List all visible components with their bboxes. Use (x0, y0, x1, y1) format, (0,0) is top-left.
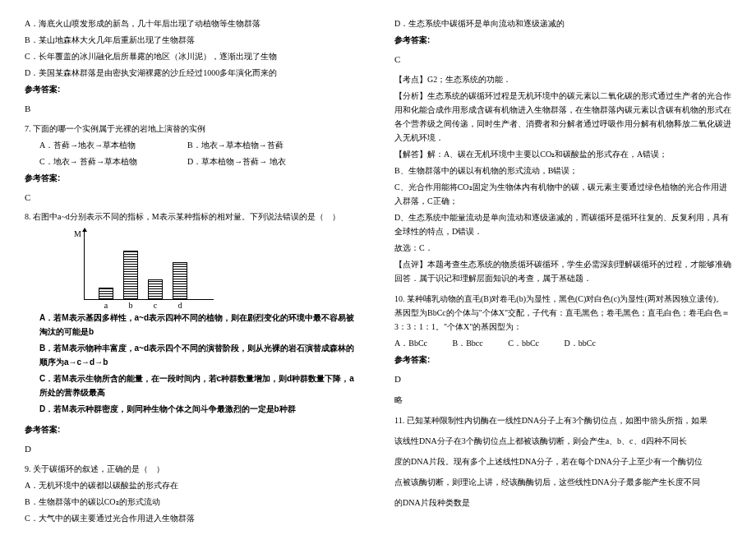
q9-stem: 9. 关于碳循环的叙述，正确的是（ ） (25, 462, 362, 476)
answer-label: 参考答案: (25, 171, 362, 185)
lue: 略 (394, 393, 731, 407)
opt-d: D．美国某森林群落是由密执安湖裸露的沙丘经过1000多年演化而来的 (25, 66, 362, 80)
q9-opt-d: D．生态系统中碳循环是单向流动和逐级递减的 (394, 16, 731, 30)
answer-label: 参考答案: (25, 422, 362, 436)
jieda-a: 【解答】解：A、碳在无机环境中主要以CO₂和碳酸盐的形式存在，A错误； (394, 147, 731, 161)
bar-b (123, 251, 138, 300)
q11-line3: 度的DNA片段。现有多个上述线性DNA分子，若在每个DNA分子上至少有一个酶切位 (394, 454, 731, 468)
opt-a: A．海底火山喷发形成的新岛，几十年后出现了动植物等生物群落 (25, 16, 362, 30)
q9-opt-a: A．无机环境中的碳都以碳酸盐的形式存在 (25, 478, 362, 492)
q11-line5: 的DNA片段种类数是 (394, 496, 731, 510)
q10-opt-d: D．bbCc (565, 336, 596, 350)
q9-opt-c: C．大气中的碳主要通过光合作用进入生物群落 (25, 511, 362, 525)
q7-row2: C．地衣→ 苔藓→草本植物 D．草本植物→苔藓→ 地衣 (25, 155, 362, 168)
q11-line1: 11. 已知某种限制性内切酶在一线性DNA分子上有3个酶切位点，如图中箭头所指，… (394, 413, 731, 427)
q10-options: A．BbCc B．Bbcc C．bbCc D．bbCc (394, 336, 731, 350)
bar-c (148, 279, 163, 300)
q7-row1: A．苔藓→地衣→草本植物 B．地衣→草本植物→苔藓 (25, 138, 362, 152)
answer-value: D (25, 441, 362, 457)
answer-value: C (25, 190, 362, 205)
answer-label: 参考答案: (25, 82, 362, 96)
q7-opt-c: C．地衣→ 苔藓→草本植物 (39, 155, 187, 168)
q7-opt-b: B．地衣→草本植物→苔藓 (187, 138, 284, 152)
guxuan: 故选：C． (394, 241, 731, 255)
q10-opt-a: A．BbCc (394, 336, 427, 350)
jieda-b: B、生物群落中的碳以有机物的形式流动，B错误； (394, 164, 731, 178)
q11-line4: 点被该酶切断，则理论上讲，经该酶酶切后，这些线性DNA分子最多能产生长度不同 (394, 475, 731, 489)
answer-value: C (394, 52, 731, 67)
q9-opt-b: B．生物群落中的碳以CO₂的形式流动 (25, 495, 362, 509)
q10-opt-c: C．bbCc (508, 336, 539, 350)
q11-line2: 该线性DNA分子在3个酶切位点上都被该酶切断，则会产生a、b、c、d四种不同长 (394, 434, 731, 448)
fenxi: 【分析】生态系统的碳循环过程是无机环境中的碳元素以二氧化碳的形式通过生产者的光合… (394, 89, 731, 145)
xlabel-a: a (99, 298, 113, 312)
answer-label: 参考答案: (394, 353, 731, 367)
y-axis (84, 230, 85, 300)
q8-opt-b: B．若M表示物种丰富度，a~d表示四个不同的演替阶段，则从光裸的岩石演替成森林的… (25, 341, 362, 369)
q10-stem: 10. 某种哺乳动物的直毛(B)对卷毛(b)为显性，黑色(C)对白色(c)为显性… (394, 292, 731, 334)
jieda-d: D、生态系统中能量流动是单向流动和逐级递减的，而碳循环是循环往复的、反复利用，具… (394, 210, 731, 238)
q7-opt-a: A．苔藓→地衣→草本植物 (39, 138, 187, 152)
q7-stem: 7. 下面的哪一个实例属于光裸的岩地上演替的实例 (25, 122, 362, 136)
dianping: 【点评】本题考查生态系统的物质循环碳循环，学生必需深刻理解碳循环的过程，才能够准… (394, 257, 731, 285)
answer-value: D (394, 371, 731, 387)
q8-opt-d: D．若M表示种群密度，则同种生物个体之间斗争最激烈的一定是b种群 (25, 402, 362, 416)
kd: 【考点】G2；生态系统的功能． (394, 72, 731, 86)
bar-d (173, 262, 187, 300)
chart-ylabel: M (74, 227, 81, 241)
q8-opt-c: C．若M表示生物所含的能量，在一段时间内，若c种群数量增加，则d种群数量下降，a… (25, 371, 362, 399)
answer-label: 参考答案: (394, 33, 731, 47)
xlabel-d: d (173, 298, 187, 312)
bar-chart: M a b c d (74, 230, 362, 304)
q10-opt-b: B．Bbcc (453, 336, 483, 350)
xlabel-c: c (148, 298, 163, 312)
opt-b: B．某山地森林大火几年后重新出现了生物群落 (25, 33, 362, 47)
q8-stem: 8. 右图中a~d分别表示不同的指标，M表示某种指标的相对量。下列说法错误的是（… (25, 210, 362, 224)
q8-opt-a: A．若M表示基因多样性，a~d表示四种不同的植物，则在剧烈变化的环境中最不容易被… (25, 311, 362, 339)
jieda-c: C、光合作用能将CO₂固定为生物体内有机物中的碳，碳元素主要通过绿色植物的光合作… (394, 180, 731, 208)
opt-c: C．长年覆盖的冰川融化后所暴露的地区（冰川泥），逐渐出现了生物 (25, 49, 362, 63)
q7-opt-d: D．草本植物→苔藓→ 地衣 (187, 155, 286, 168)
xlabel-b: b (123, 298, 138, 312)
answer-value: B (25, 101, 362, 117)
